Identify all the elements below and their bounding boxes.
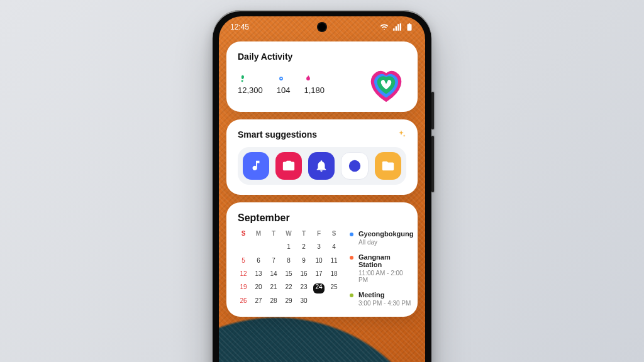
calendar-today[interactable]: 24 (313, 283, 325, 293)
app-music[interactable] (243, 152, 269, 180)
calendar-day[interactable]: 18 (328, 270, 340, 280)
app-files[interactable] (375, 152, 401, 180)
calendar-day[interactable]: 9 (298, 257, 309, 266)
calendar-day[interactable] (238, 243, 249, 253)
calendar-day[interactable]: 26 (238, 297, 249, 307)
event-dot (350, 233, 353, 236)
calendar-day[interactable]: 2 (298, 243, 309, 253)
calendar-day[interactable] (253, 243, 264, 253)
wifi-icon (380, 23, 389, 31)
calendar-day[interactable]: 14 (268, 270, 279, 280)
calendar-day[interactable]: 3 (313, 243, 325, 253)
steps-stat: 12,300 (238, 74, 263, 95)
daily-activity-widget[interactable]: Daily Activity 12,300 104 1, (226, 41, 418, 112)
status-time: 12:45 (230, 23, 249, 31)
calendar-dow: T (298, 230, 309, 239)
calendar-events: GyeongbokgungAll dayGangnam Station11:00… (350, 230, 413, 307)
calendar-day[interactable] (268, 243, 279, 253)
camera-icon (282, 159, 296, 173)
svg-point-1 (280, 77, 282, 79)
event-time: 11:00 AM - 2:00 PM (358, 270, 413, 283)
calendar-day[interactable]: 16 (298, 270, 309, 280)
smart-suggestions-title: Smart suggestions (238, 129, 317, 140)
calendar-day[interactable]: 15 (283, 270, 294, 280)
calendar-day[interactable]: 25 (328, 283, 340, 293)
phone-frame: 12:45 Daily Activity 12,300 (213, 10, 431, 362)
calories-stat: 1,180 (304, 74, 325, 95)
calendar-event[interactable]: Gangnam Station11:00 AM - 2:00 PM (350, 253, 413, 283)
activity-heart-icon (366, 67, 406, 102)
event-title: Gyeongbokgung (358, 230, 413, 238)
calendar-day[interactable]: 13 (253, 270, 264, 280)
status-icons (380, 23, 414, 31)
bell-icon (314, 159, 328, 173)
calendar-day[interactable]: 20 (253, 283, 264, 293)
active-stat: 104 (277, 74, 291, 95)
event-title: Meeting (358, 291, 411, 299)
calendar-day[interactable]: 19 (238, 283, 249, 293)
calories-icon (304, 74, 313, 83)
calendar-grid: SMTWTFS123456789101112131415161718192021… (238, 230, 340, 307)
event-dot (350, 293, 353, 297)
signal-icon (392, 23, 401, 31)
event-title: Gangnam Station (358, 253, 413, 268)
calendar-day[interactable]: 7 (268, 257, 279, 266)
music-icon (249, 159, 263, 173)
side-button-1 (431, 92, 434, 129)
calendar-dow: T (268, 230, 279, 239)
calendar-day[interactable]: 5 (238, 257, 249, 266)
calendar-day[interactable]: 6 (253, 257, 264, 266)
calendar-day[interactable] (328, 297, 340, 307)
calendar-day[interactable]: 1 (283, 243, 294, 253)
active-icon (277, 74, 286, 83)
calendar-dow: S (238, 230, 249, 239)
calendar-dow: F (313, 230, 325, 239)
calories-value: 1,180 (304, 85, 325, 95)
calendar-day[interactable]: 29 (283, 297, 294, 307)
event-dot (350, 256, 353, 260)
folder-icon (381, 159, 395, 173)
calendar-day[interactable]: 30 (298, 297, 309, 307)
calendar-day[interactable]: 23 (298, 283, 309, 293)
calendar-dow: W (283, 230, 294, 239)
app-alarm[interactable] (308, 152, 335, 180)
phone-screen: 12:45 Daily Activity 12,300 (219, 16, 425, 362)
calendar-day[interactable] (313, 297, 325, 307)
calendar-day[interactable]: 17 (313, 270, 325, 280)
calendar-dow: S (328, 230, 340, 239)
calendar-day[interactable]: 10 (313, 257, 325, 266)
calendar-day[interactable]: 28 (268, 297, 279, 307)
battery-icon (405, 23, 414, 31)
clock-icon (348, 159, 362, 173)
calendar-dow: M (253, 230, 264, 239)
steps-value: 12,300 (238, 85, 263, 95)
calendar-month: September (238, 212, 406, 224)
app-camera[interactable] (275, 152, 302, 180)
event-time: All day (358, 239, 413, 246)
calendar-day[interactable]: 22 (283, 283, 294, 293)
calendar-day[interactable]: 11 (328, 257, 340, 266)
calendar-event[interactable]: Meeting3:00 PM - 4:30 PM (350, 291, 413, 307)
status-bar: 12:45 (219, 16, 425, 38)
calendar-day[interactable]: 21 (268, 283, 279, 293)
sparkle-icon (396, 129, 406, 140)
steps-icon (238, 74, 247, 83)
event-time: 3:00 PM - 4:30 PM (358, 300, 411, 307)
calendar-day[interactable]: 12 (238, 270, 249, 280)
daily-activity-title: Daily Activity (238, 52, 406, 62)
calendar-event[interactable]: GyeongbokgungAll day (350, 230, 413, 246)
calendar-day[interactable]: 27 (253, 297, 264, 307)
calendar-widget[interactable]: September SMTWTFS12345678910111213141516… (226, 202, 418, 317)
smart-suggestions-widget[interactable]: Smart suggestions (226, 119, 418, 195)
calendar-day[interactable]: 4 (328, 243, 340, 253)
calendar-day[interactable]: 8 (283, 257, 294, 266)
side-button-2 (431, 136, 434, 192)
app-clock[interactable] (341, 152, 369, 180)
active-value: 104 (277, 85, 291, 95)
